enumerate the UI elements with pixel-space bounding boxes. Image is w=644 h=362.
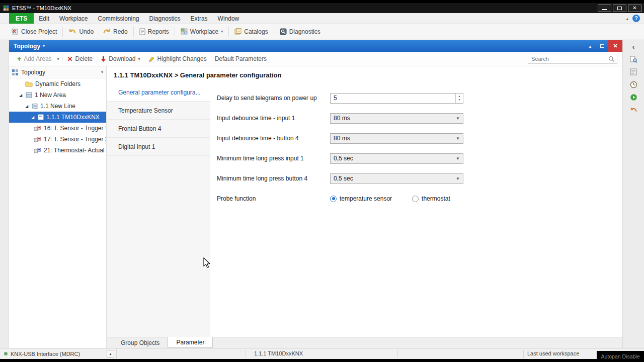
interface-caret-button[interactable]: ▴ [107,350,114,357]
radio-thermostat[interactable] [412,196,419,202]
add-areas-button[interactable]: + Add Areas [13,53,56,64]
find-panel-button[interactable] [628,55,638,64]
tree-item-object-17[interactable]: 17: T. Sensor - Trigger 2 -... [9,134,106,145]
undo-icon [68,28,76,35]
caret-down-icon: ▼ [456,176,460,181]
debounce-button4-select[interactable]: 80 ms ▼ [330,133,463,144]
help-icon[interactable]: ? [632,15,640,22]
param-label: Minimum time long press button 4 [217,175,330,182]
tab-frontal-button-4[interactable]: Frontal Button 4 [107,120,210,138]
close-project-icon [12,28,19,35]
tab-digital-input-1[interactable]: Digital Input 1 [107,138,210,156]
workplace-dropdown-button[interactable]: Workplace ▾ [176,26,227,38]
spin-up-icon[interactable]: ▲ [458,95,461,98]
interface-selector[interactable]: KNX-USB Interface (MDRC) ▴ [0,348,117,359]
longpress-button4-select[interactable]: 0,5 sec ▼ [330,173,463,184]
menu-item-window[interactable]: Window [213,13,245,24]
folder-icon [25,81,33,87]
statusbar-separator [246,350,246,358]
select-value: 0,5 sec [331,175,456,182]
tree-item-object-16[interactable]: 16: T. Sensor - Trigger 1 -... [9,123,106,134]
close-project-button[interactable]: Close Project [7,26,61,38]
delay-spinner[interactable]: 5 ▲ ▼ [330,93,463,104]
window-title: ETS5™ - TM10DxxKNX [12,5,71,11]
menu-item-edit[interactable]: Edit [34,13,54,24]
expander-icon[interactable]: ◢ [25,104,32,109]
undo-button[interactable]: Undo [64,26,98,38]
tab-temperature-sensor[interactable]: Temperature Sensor [107,102,210,120]
debounce-input1-select[interactable]: 80 ms ▼ [330,113,463,124]
device-icon [38,114,44,120]
select-value: 80 ms [331,135,456,142]
tree-item-new-area[interactable]: ◢ 1 New Area [9,89,106,101]
topology-panel-header: Topology ▾ ▴ ✕ [9,40,622,52]
tree-item-object-21[interactable]: 21: Thermostat- Actual Te... [9,145,106,156]
search-icon[interactable] [608,56,615,62]
pending-operations-button[interactable] [628,80,638,89]
search-input[interactable] [531,56,608,62]
breadcrumb: 1.1.1 TM10DxxKNX > General parameter con… [107,66,622,83]
tab-parameter[interactable]: Parameter [168,337,213,348]
delete-x-icon: ✕ [67,56,73,62]
find-icon [630,56,637,63]
search-box [528,54,617,64]
menu-ets-button[interactable]: ETS [9,13,34,24]
diagnostics-button[interactable]: Diagnostics [275,26,325,38]
panel-collapse-button[interactable]: ▴ [584,40,596,52]
reports-button[interactable]: Reports [135,26,174,38]
tree-header[interactable]: Topology ▾ [9,66,106,78]
longpress-input1-select[interactable]: 0,5 sec ▼ [330,153,463,164]
collapse-ribbon-icon[interactable]: ▴ [626,16,628,21]
panel-maximize-button[interactable] [596,40,608,52]
tree-item-new-line[interactable]: ◢ 1.1 New Line [9,101,106,112]
panel-title[interactable]: Topology [9,43,40,50]
properties-panel-button[interactable] [628,67,638,76]
radio-label[interactable]: thermostat [422,195,450,202]
statusbar-separator [397,350,398,358]
tree-item-dynamic-folders[interactable]: Dynamic Folders [9,78,106,89]
left-rail [0,40,9,348]
menu-item-extras[interactable]: Extras [186,13,213,24]
delete-button[interactable]: ✕ Delete [63,53,97,64]
tab-group-objects[interactable]: Group Objects [113,337,168,348]
panel-window-controls: ▴ ✕ [584,40,622,52]
minimize-button[interactable] [598,5,611,12]
caret-down-icon[interactable]: ▾ [101,70,103,74]
radio-temperature-sensor[interactable] [330,196,337,202]
window-titlebar: ETS5™ - TM10DxxKNX ✕ [0,3,644,13]
caret-down-icon[interactable]: ▾ [43,44,45,48]
param-row-probe-function: Probe function temperature sensor thermo… [217,193,622,204]
menu-item-commissioning[interactable]: Commissioning [93,13,144,24]
panel-close-button[interactable]: ✕ [608,40,622,52]
sidebar-collapse-button[interactable]: ‹ [628,42,638,51]
radio-label[interactable]: temperature sensor [340,195,392,202]
close-button[interactable]: ✕ [628,5,641,12]
spin-down-icon[interactable]: ▼ [458,98,461,102]
download-button[interactable]: Download ▾ [97,53,144,64]
active-operations-button[interactable] [628,93,638,102]
status-workspace-label: Last used workspace [527,350,579,356]
status-device-label: 1.1.1 TM10DxxKNX [254,350,303,356]
expander-icon[interactable]: ◢ [19,93,26,98]
default-parameters-button[interactable]: Default Parameters [211,53,271,64]
group-object-icon [34,126,41,131]
expander-icon[interactable]: ◢ [31,115,38,120]
menu-item-workplace[interactable]: Workplace [54,13,93,24]
history-undo-button[interactable] [628,105,638,114]
toolbar-separator [175,27,175,37]
toolbar-separator [133,27,134,37]
line-icon [32,103,38,109]
tab-general-parameter-configuration[interactable]: General parameter configura... [107,83,210,102]
catalogs-button[interactable]: Catalogs [230,26,272,38]
param-label: Input debounce time - button 4 [217,135,330,142]
highlight-changes-button[interactable]: Highlight Changes [144,53,211,64]
toolbar-separator [62,54,62,64]
tree-item-device-selected[interactable]: ◢ 1.1.1 TM10DxxKNX [9,112,106,123]
spinner-arrows[interactable]: ▲ ▼ [455,94,463,103]
maximize-button[interactable] [613,5,626,12]
bottom-tab-bar: Group Objects Parameter [107,337,622,348]
menu-item-diagnostics[interactable]: Diagnostics [144,13,186,24]
redo-button[interactable]: Redo [98,26,132,38]
properties-icon [630,68,637,75]
add-areas-caret-button[interactable]: ▾ [56,53,61,64]
